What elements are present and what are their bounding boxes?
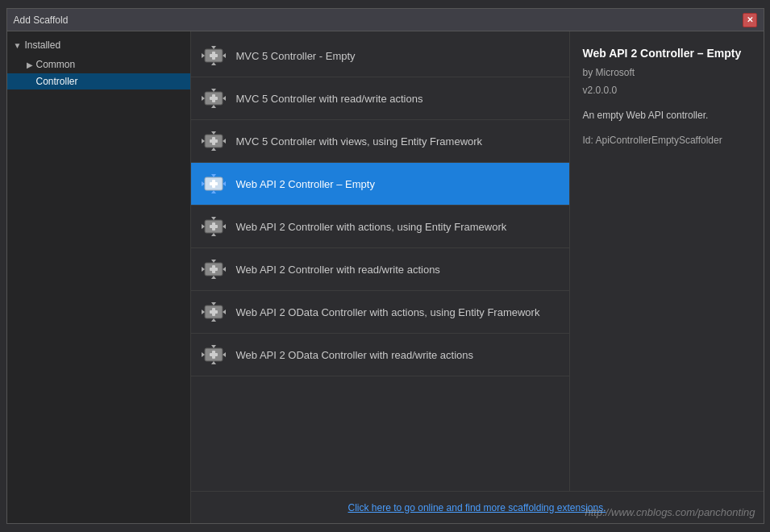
svg-marker-32 (211, 233, 216, 236)
sidebar-controller-label: Controller (36, 76, 78, 87)
scaffold-item[interactable]: Web API 2 Controller – Empty (191, 163, 569, 206)
dialog-body: ▼ Installed ▶ Common Controller (7, 31, 764, 523)
scaffold-item-label: MVC 5 Controller with read/write actions (236, 93, 423, 105)
controller-icon (201, 256, 227, 282)
footer: Click here to go online and find more sc… (191, 491, 764, 523)
svg-marker-15 (202, 139, 205, 143)
svg-marker-8 (202, 96, 205, 101)
scaffold-item-label: MVC 5 Controller with views, using Entit… (236, 135, 483, 148)
svg-rect-6 (210, 54, 218, 57)
scaffold-item[interactable]: MVC 5 Controller - Empty (191, 35, 569, 77)
svg-marker-46 (211, 318, 216, 322)
scaffold-item[interactable]: MVC 5 Controller with read/write actions (191, 77, 569, 120)
svg-marker-2 (223, 53, 226, 58)
sidebar-item-controller[interactable]: Controller (7, 73, 190, 89)
svg-marker-52 (211, 345, 216, 348)
svg-marker-23 (223, 181, 226, 186)
svg-marker-38 (211, 260, 216, 263)
info-author: by Microsoft (583, 65, 751, 81)
svg-rect-34 (210, 225, 218, 228)
scaffold-item-label: Web API 2 OData Controller with read/wri… (236, 349, 474, 361)
svg-marker-43 (202, 310, 205, 314)
controller-icon (201, 342, 227, 368)
svg-marker-25 (211, 190, 216, 193)
info-description: An empty Web API controller. (583, 108, 751, 123)
info-panel: Web API 2 Controller – Empty by Microsof… (570, 31, 764, 491)
controller-icon (201, 128, 227, 154)
svg-marker-44 (223, 310, 226, 314)
svg-marker-3 (211, 46, 216, 49)
svg-marker-31 (211, 217, 216, 220)
installed-arrow: ▼ (14, 41, 22, 50)
svg-marker-24 (211, 174, 216, 177)
svg-marker-10 (211, 89, 216, 92)
common-arrow: ▶ (27, 60, 33, 69)
dialog-title: Add Scaffold (14, 15, 69, 26)
main-area: MVC 5 Controller - Empty MVC 5 Controlle… (191, 31, 764, 523)
svg-marker-22 (202, 181, 205, 186)
svg-rect-27 (210, 182, 218, 185)
svg-marker-11 (211, 105, 216, 108)
scaffold-item-label: Web API 2 Controller with read/write act… (236, 264, 440, 276)
svg-marker-9 (223, 96, 226, 101)
svg-marker-1 (202, 53, 205, 58)
svg-marker-30 (223, 224, 226, 229)
info-title: Web API 2 Controller – Empty (583, 44, 751, 62)
sidebar: ▼ Installed ▶ Common Controller (7, 31, 191, 523)
sidebar-common-label: Common (36, 59, 76, 70)
svg-marker-4 (211, 62, 216, 65)
svg-marker-50 (202, 352, 205, 357)
sidebar-installed-label: Installed (24, 39, 60, 51)
svg-rect-41 (210, 268, 218, 271)
svg-marker-17 (211, 131, 216, 135)
title-bar: Add Scaffold ✕ (7, 9, 764, 31)
content-row: MVC 5 Controller - Empty MVC 5 Controlle… (191, 31, 764, 491)
scaffold-item-label: Web API 2 OData Controller with actions,… (236, 306, 540, 318)
scaffold-item-label: Web API 2 Controller with actions, using… (236, 221, 507, 233)
controller-icon (201, 85, 227, 111)
scaffold-item[interactable]: Web API 2 Controller with read/write act… (191, 248, 569, 291)
scaffold-list: MVC 5 Controller - Empty MVC 5 Controlle… (191, 31, 570, 491)
controller-icon (201, 43, 227, 69)
svg-marker-51 (223, 352, 226, 357)
add-scaffold-dialog: Add Scaffold ✕ ▼ Installed ▶ Common Cont… (6, 8, 764, 524)
more-extensions-link[interactable]: Click here to go online and find more sc… (348, 502, 606, 513)
svg-marker-37 (223, 267, 226, 272)
svg-marker-39 (211, 276, 216, 279)
svg-marker-29 (202, 224, 205, 229)
controller-icon (201, 299, 227, 325)
scaffold-item[interactable]: Web API 2 Controller with actions, using… (191, 206, 569, 248)
info-version: v2.0.0.0 (583, 83, 751, 98)
svg-marker-18 (211, 148, 216, 151)
svg-marker-16 (223, 139, 226, 143)
scaffold-item-label: MVC 5 Controller - Empty (236, 50, 356, 62)
sidebar-item-common[interactable]: ▶ Common (7, 56, 190, 73)
svg-marker-45 (211, 302, 216, 305)
scaffold-item[interactable]: Web API 2 OData Controller with read/wri… (191, 334, 569, 376)
svg-marker-36 (202, 267, 205, 272)
svg-rect-13 (210, 97, 218, 100)
scaffold-item[interactable]: Web API 2 OData Controller with actions,… (191, 291, 569, 334)
scaffold-item[interactable]: MVC 5 Controller with views, using Entit… (191, 120, 569, 163)
controller-icon (201, 214, 227, 239)
svg-rect-20 (210, 139, 218, 143)
svg-rect-48 (210, 310, 218, 314)
sidebar-installed-header: ▼ Installed (7, 35, 190, 56)
scaffold-item-label: Web API 2 Controller – Empty (236, 178, 375, 190)
svg-marker-53 (211, 361, 216, 364)
info-id: Id: ApiControllerEmptyScaffolder (583, 133, 751, 148)
controller-icon (201, 171, 227, 197)
close-button[interactable]: ✕ (743, 13, 757, 27)
svg-rect-55 (210, 353, 218, 356)
